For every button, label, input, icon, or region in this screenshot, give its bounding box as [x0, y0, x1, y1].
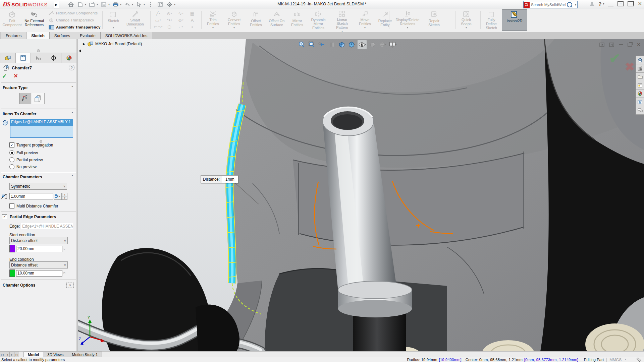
items-to-chamfer-listbox[interactable]: Edge<1>@HANDLE ASSEMBLY-1 — [10, 119, 73, 138]
feature-tree-root[interactable]: ▶ MAKO Jet Board (Default) — [83, 41, 142, 47]
help-icon[interactable]: ? — [598, 1, 601, 7]
display-manager-tab[interactable] — [61, 53, 77, 63]
tab-evaluate[interactable]: Evaluate — [75, 32, 101, 39]
rectangle-tool-icon[interactable]: ▭▾ — [152, 18, 164, 23]
repair-sketch-button[interactable]: Repair Sketch — [425, 10, 443, 31]
search-dropdown-icon[interactable]: ▾ — [575, 3, 576, 6]
feature-type-header[interactable]: Feature Type — [3, 85, 28, 90]
edit-appearance-button[interactable] — [368, 40, 377, 49]
spin-up-icon[interactable]: ▲ — [62, 193, 67, 196]
confirm-cancel-watermark-icon[interactable]: ✖ — [625, 60, 635, 73]
search-icon[interactable] — [567, 2, 572, 7]
panel-top-splitter[interactable] — [0, 39, 76, 53]
section-view-button[interactable] — [327, 40, 336, 49]
smart-dimension-dropdown-icon[interactable]: ▾ — [135, 26, 136, 30]
feature-manager-tab[interactable] — [0, 53, 16, 63]
quick-snaps-dropdown-icon[interactable]: ▾ — [466, 26, 467, 30]
help-icon[interactable]: ? — [69, 65, 74, 70]
ellipse-tool-icon[interactable]: ⊘▾ — [175, 18, 186, 23]
chamfer-distance-input[interactable]: 1.00mm — [9, 193, 53, 199]
help-dropdown-icon[interactable]: ▾ — [603, 2, 604, 5]
start-offset-spinner[interactable]: ︿﹀ — [62, 247, 66, 251]
offset-on-surface-button[interactable]: Offset On Surface — [267, 10, 287, 31]
sketch-dropdown-icon[interactable]: ▾ — [113, 26, 114, 30]
plane-tool-icon[interactable]: ▦ — [186, 11, 198, 16]
pane-right-icon[interactable] — [609, 43, 614, 47]
file-explorer-icon[interactable] — [636, 72, 644, 81]
spin-down-icon[interactable]: ﹀ — [63, 273, 66, 275]
window-span-displays-button[interactable]: ↔ — [618, 1, 624, 6]
chamfer-parameters-header[interactable]: Chamfer Parameters — [3, 175, 42, 179]
tangent-propagation-checkbox[interactable]: ✓ — [9, 142, 14, 147]
trim-entities-dropdown-icon[interactable]: ▾ — [212, 26, 214, 30]
user-account-icon[interactable] — [590, 1, 594, 6]
tab-features[interactable]: Features — [1, 32, 26, 39]
display-style-dropdown-icon[interactable]: ▾ — [354, 43, 356, 46]
home-tab-icon[interactable] — [636, 56, 644, 64]
quick-snaps-button[interactable]: Quick Snaps ▾ — [458, 10, 475, 31]
smart-dimension-button[interactable]: Smart Dimension ▾ — [123, 10, 147, 31]
trim-entities-button[interactable]: Trim Entities ▾ — [204, 10, 222, 31]
no-preview-radio[interactable] — [9, 164, 14, 169]
polygon-tool-icon[interactable]: ⬡ — [164, 24, 175, 29]
spin-down-icon[interactable]: ▼ — [62, 196, 67, 200]
hide-show-components-button[interactable]: Hide/Show Components — [48, 10, 100, 16]
distance-callout[interactable]: Distance: 1mm — [201, 175, 238, 183]
display-delete-relations-dropdown-icon[interactable]: ▾ — [407, 26, 408, 30]
fillet-tool-icon[interactable]: ⌐▾ — [175, 24, 186, 29]
convert-entities-dropdown-icon[interactable]: ▾ — [233, 26, 235, 30]
partial-edge-field[interactable]: Edge<1>@HANDLE ASSEM — [21, 223, 73, 229]
chamfer-method-dropdown[interactable]: Symmetric∨ — [9, 183, 67, 190]
feature-type-collapse-icon[interactable]: ⌃ — [71, 85, 74, 90]
splitter-grip[interactable] — [37, 49, 40, 52]
start-offset-input[interactable]: 20.00mm — [16, 246, 62, 252]
distance-distance-chamfer-button[interactable] — [32, 93, 45, 104]
ok-button[interactable]: ✓ — [2, 73, 7, 80]
previous-view-button[interactable] — [317, 40, 326, 49]
units-dropdown-icon[interactable]: ▲ — [624, 358, 627, 361]
link-values-dropdown-icon[interactable]: ▾ — [59, 195, 60, 198]
display-delete-relations-button[interactable]: Display/Delete Relations ▾ — [391, 10, 424, 31]
link-values-button[interactable]: ▾ — [54, 193, 62, 200]
document-close-button[interactable]: ✕ — [637, 42, 641, 47]
end-condition-dropdown[interactable]: Distance offset∨ — [9, 261, 68, 268]
change-transparency-button[interactable]: Change Transparency — [48, 17, 100, 23]
display-style-button[interactable]: ▾ — [347, 40, 356, 49]
partial-edge-parameters-checkbox[interactable]: ✓ — [2, 214, 7, 219]
dynamic-mirror-entities-button[interactable]: Dynamic Mirror Entities — [308, 10, 329, 31]
configuration-manager-tab[interactable] — [31, 53, 46, 63]
offset-entities-button[interactable]: Offset Entities — [246, 10, 266, 31]
window-close-button[interactable]: ✕ — [638, 1, 642, 7]
mirror-entities-button[interactable]: Mirror Entities — [287, 10, 307, 31]
tab-3d-views[interactable]: 3D Views — [43, 352, 68, 357]
spline-tool-icon[interactable]: ∿▾ — [175, 11, 186, 16]
chamfer-options-expand-icon[interactable]: ∨ — [66, 283, 74, 288]
spin-down-icon[interactable]: ﹀ — [63, 249, 66, 251]
appearances-scenes-icon[interactable] — [636, 89, 644, 98]
fully-define-sketch-button[interactable]: Fully Define Sketch — [482, 10, 500, 31]
line-tool-icon[interactable]: ╱▾ — [152, 11, 164, 16]
property-manager-tab[interactable] — [15, 53, 31, 63]
partial-preview-radio[interactable] — [9, 157, 14, 162]
tags-icon[interactable] — [637, 358, 641, 362]
view-palette-icon[interactable] — [636, 81, 644, 89]
chamfer-options-header[interactable]: Chamfer Options — [3, 283, 35, 288]
zoom-to-fit-button[interactable] — [297, 40, 306, 49]
units-selector[interactable]: MMGS — [609, 358, 622, 362]
tab-sketch[interactable]: Sketch — [26, 32, 49, 39]
view-orientation-button[interactable] — [337, 40, 346, 49]
perimeter-circle-tool-icon[interactable]: ↷▾ — [164, 18, 175, 23]
text-tool-icon[interactable]: A — [186, 18, 198, 23]
distance-spinner[interactable]: ▲ ▼ — [62, 193, 67, 200]
confirm-ok-watermark-icon[interactable]: ✔ — [609, 51, 621, 66]
tree-expand-icon[interactable]: ▶ — [83, 42, 85, 46]
chamfer-parameters-collapse-icon[interactable]: ⌃ — [71, 175, 74, 179]
pane-left-icon[interactable] — [599, 43, 604, 47]
cancel-button[interactable]: ✕ — [13, 73, 18, 80]
document-restore-button[interactable] — [628, 43, 632, 47]
tab-surfaces[interactable]: Surfaces — [49, 32, 75, 39]
linear-sketch-pattern-button[interactable]: Linear Sketch Pattern ▾ — [330, 10, 355, 31]
circle-tool-icon[interactable]: ⊙▾ — [164, 11, 175, 16]
tab-solidworks-add-ins[interactable]: SOLIDWORKS Add-Ins — [100, 32, 152, 39]
end-offset-input[interactable]: 10.00mm — [16, 270, 62, 277]
